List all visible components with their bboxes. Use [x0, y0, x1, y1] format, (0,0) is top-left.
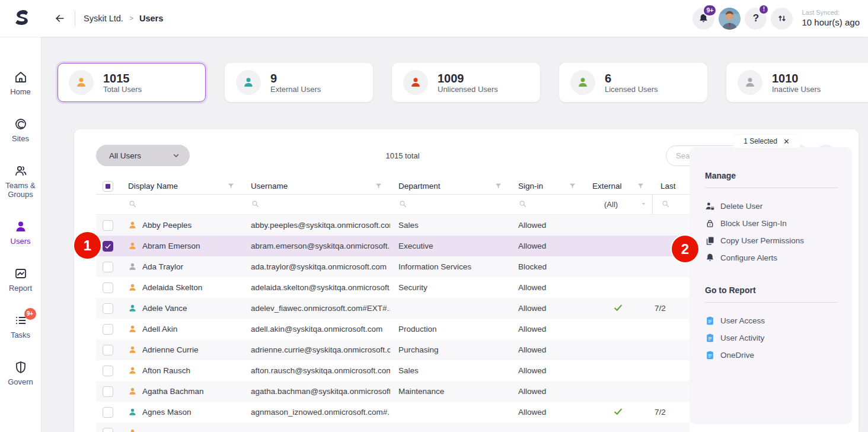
action-onedrive[interactable]: OneDrive — [705, 350, 838, 360]
column-header-username[interactable]: Username — [242, 178, 390, 194]
syskit-logo[interactable] — [0, 8, 42, 28]
action-copy-user-permissions[interactable]: Copy User Permissions — [705, 236, 838, 246]
column-header-label: Department — [398, 182, 441, 190]
sidebar-item-sites[interactable]: Sites — [0, 117, 42, 144]
column-header-last[interactable]: Last — [652, 178, 690, 194]
display-name: Adelaida Skelton — [142, 283, 202, 292]
stat-card-label: Unlicensed Users — [438, 85, 498, 94]
action-block-user-sign-in[interactable]: Block User Sign-In — [705, 218, 838, 228]
table-row[interactable]: Afton Rauschafton.rausch@syskitqa.onmicr… — [96, 360, 690, 381]
username: afton.rausch@syskitqa.onmicrosoft.com — [242, 366, 390, 375]
row-checkbox[interactable] — [103, 386, 113, 397]
action-user-access[interactable]: User Access — [705, 316, 838, 326]
column-filter-last[interactable] — [652, 195, 690, 214]
table-row[interactable] — [96, 423, 690, 432]
row-checkbox[interactable] — [103, 262, 113, 272]
top-bar: Syskit Ltd. > Users 9+ ? ! Last Synced: … — [0, 0, 868, 37]
row-checkbox[interactable] — [103, 220, 113, 231]
stat-card-external-users[interactable]: 9External Users — [225, 63, 373, 102]
filter-funnel-icon[interactable] — [227, 182, 235, 190]
report-icon — [14, 266, 28, 281]
select-all-checkbox[interactable] — [103, 181, 113, 192]
stat-card-value: 1015 — [103, 72, 142, 85]
table-row[interactable]: Ada Traylorada.traylor@syskitqa.onmicros… — [96, 256, 690, 277]
stat-card-unlicensed-users[interactable]: 1009Unlicensed Users — [392, 63, 540, 102]
display-name: Afton Rausch — [142, 366, 190, 375]
selection-tab[interactable]: 1 Selected ✕ — [733, 135, 800, 148]
view-filter-dropdown[interactable]: All Users — [96, 145, 190, 166]
stat-card-inactive-users[interactable]: 1010Inactive Users — [726, 63, 868, 102]
column-header-external[interactable]: External — [584, 178, 652, 194]
action-configure-alerts[interactable]: Configure Alerts — [705, 253, 838, 263]
sidebar-item-users[interactable]: Users — [0, 220, 42, 246]
sidebar-item-teams-groups[interactable]: Teams & Groups — [0, 164, 42, 199]
row-checkbox[interactable] — [103, 366, 113, 376]
sidebar-item-label: Tasks — [11, 331, 30, 340]
person-icon — [738, 70, 762, 95]
external-filter-dropdown[interactable]: (All) — [584, 195, 652, 214]
breadcrumb-page: Users — [139, 14, 163, 23]
filter-funnel-icon[interactable] — [637, 182, 644, 190]
notifications-button[interactable]: 9+ — [693, 8, 714, 30]
row-checkbox[interactable] — [103, 303, 113, 314]
user-avatar[interactable] — [719, 8, 741, 30]
sign-in-status: Allowed — [510, 221, 584, 230]
action-label: Copy User Permissions — [720, 236, 804, 245]
column-filter-sign-in[interactable] — [510, 195, 584, 214]
row-checkbox[interactable] — [103, 428, 113, 432]
column-header-sign-in[interactable]: Sign-in — [510, 178, 584, 194]
back-button[interactable] — [51, 9, 69, 27]
breadcrumb-org[interactable]: Syskit Ltd. — [84, 14, 123, 23]
column-header-label: Username — [251, 182, 288, 190]
column-filter-department[interactable] — [390, 195, 510, 214]
stat-card-value: 6 — [605, 72, 658, 85]
table-row[interactable]: Abby Peeplesabby.peeples@syskitqa.onmicr… — [96, 215, 690, 236]
display-name: Agatha Bachman — [142, 387, 204, 396]
stat-card-total-users[interactable]: 1015Total Users — [58, 63, 206, 102]
chevron-down-icon — [172, 151, 180, 160]
row-checkbox[interactable] — [103, 241, 113, 252]
stat-card-label: External Users — [270, 85, 321, 94]
table-row[interactable]: Adele Vanceadelev_fiawec.onmicrosoft.com… — [96, 298, 690, 319]
close-icon[interactable]: ✕ — [783, 138, 790, 145]
row-checkbox[interactable] — [103, 282, 113, 293]
breadcrumb-divider — [75, 11, 75, 26]
column-filter-username[interactable] — [242, 195, 390, 214]
filter-funnel-icon[interactable] — [375, 182, 382, 190]
column-filter-display-name[interactable] — [120, 195, 242, 214]
sites-icon — [14, 117, 28, 131]
sidebar-item-govern[interactable]: Govern — [0, 360, 42, 387]
table-row[interactable]: Adrienne Currieadrienne.currie@syskitqa.… — [96, 339, 690, 360]
sync-button[interactable] — [771, 8, 793, 30]
user-type-icon — [128, 408, 137, 417]
filter-funnel-icon[interactable] — [494, 182, 502, 190]
sidebar-item-label: Teams & Groups — [0, 182, 42, 199]
filter-funnel-icon[interactable] — [569, 182, 576, 190]
external-check — [584, 303, 652, 315]
table-row[interactable]: Abram Emersonabram.emerson@syskitqa.onmi… — [96, 236, 690, 256]
help-button[interactable]: ? ! — [745, 8, 767, 30]
action-label: Configure Alerts — [720, 253, 777, 262]
action-user-activity[interactable]: User Activity — [705, 333, 838, 343]
row-checkbox[interactable] — [103, 324, 113, 335]
table-row[interactable]: Adelaida Skeltonadelaida.skelton@syskitq… — [96, 277, 690, 298]
report-clipboard-icon — [705, 350, 715, 360]
sidebar-item-tasks[interactable]: 9+Tasks — [0, 313, 42, 340]
row-checkbox[interactable] — [103, 345, 113, 355]
row-checkbox[interactable] — [103, 407, 113, 418]
table-row[interactable]: Agatha Bachmanagatha.bachman@syskitqa.on… — [96, 381, 690, 402]
sidebar-item-home[interactable]: Home — [0, 70, 42, 97]
column-header-department[interactable]: Department — [390, 178, 510, 194]
lock-icon — [705, 218, 715, 228]
column-header-display-name[interactable]: Display Name — [120, 178, 242, 194]
sign-in-status: Allowed — [510, 387, 584, 396]
table-row[interactable]: Agnes Masonagnmason_iznowed.onmicrosoft.… — [96, 402, 690, 423]
department: Security — [390, 283, 510, 292]
action-delete-user[interactable]: Delete User — [705, 201, 838, 211]
username: agatha.bachman@syskitqa.onmicrosoft... — [242, 387, 390, 396]
total-count: 1015 total — [367, 151, 438, 160]
sidebar-item-report[interactable]: Report — [0, 266, 42, 293]
sidebar-nav: HomeSitesTeams & GroupsUsersReport9+Task… — [0, 37, 42, 432]
stat-card-licensed-users[interactable]: 6Licensed Users — [559, 63, 707, 102]
table-row[interactable]: Adell Akinadell.akin@syskitqa.onmicrosof… — [96, 319, 690, 339]
